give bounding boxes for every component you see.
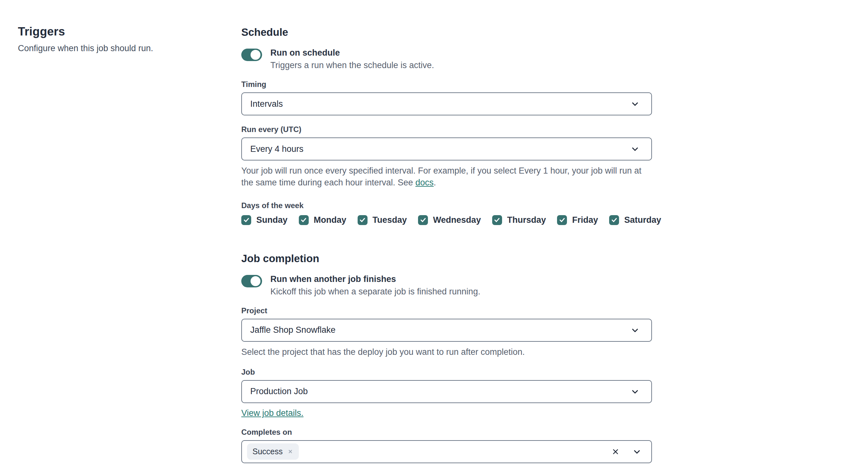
job-label: Job bbox=[241, 368, 652, 377]
page-title: Triggers bbox=[18, 25, 241, 38]
toggle-knob-icon bbox=[251, 50, 260, 60]
run-when-job-finishes-label: Run when another job finishes bbox=[270, 274, 480, 284]
day-checkbox-thursday[interactable]: Thursday bbox=[492, 215, 546, 225]
timing-select[interactable]: Intervals bbox=[241, 92, 652, 116]
chevron-down-icon[interactable] bbox=[632, 447, 642, 457]
checkbox-checked-icon[interactable] bbox=[609, 215, 619, 225]
run-on-schedule-text: Run on schedule Triggers a run when the … bbox=[270, 48, 434, 70]
day-label: Monday bbox=[314, 215, 346, 225]
job-completion-heading: Job completion bbox=[241, 253, 652, 265]
job-completion-section: Job completion Run when another job fini… bbox=[241, 253, 652, 463]
days-of-week-row: Sunday Monday Tuesday Wednesday bbox=[241, 215, 652, 225]
docs-link[interactable]: docs bbox=[415, 178, 434, 187]
run-when-job-finishes-row: Run when another job finishes Kickoff th… bbox=[241, 274, 652, 297]
checkbox-checked-icon[interactable] bbox=[299, 215, 309, 225]
chevron-down-icon bbox=[630, 387, 640, 396]
run-on-schedule-row: Run on schedule Triggers a run when the … bbox=[241, 48, 652, 70]
completes-on-label: Completes on bbox=[241, 428, 652, 437]
checkbox-checked-icon[interactable] bbox=[358, 215, 368, 225]
run-when-job-finishes-text: Run when another job finishes Kickoff th… bbox=[270, 274, 480, 297]
project-help: Select the project that has the deploy j… bbox=[241, 346, 652, 358]
run-every-select[interactable]: Every 4 hours bbox=[241, 137, 652, 160]
job-select[interactable]: Production Job bbox=[241, 380, 652, 403]
run-every-field: Run every (UTC) Every 4 hours Your job w… bbox=[241, 125, 652, 189]
job-value: Production Job bbox=[250, 386, 308, 396]
day-checkbox-monday[interactable]: Monday bbox=[299, 215, 346, 225]
day-checkbox-wednesday[interactable]: Wednesday bbox=[418, 215, 481, 225]
day-label: Friday bbox=[572, 215, 598, 225]
run-when-job-finishes-toggle[interactable] bbox=[241, 275, 262, 287]
project-label: Project bbox=[241, 306, 652, 315]
day-label: Sunday bbox=[256, 215, 288, 225]
clear-all-icon[interactable] bbox=[611, 447, 620, 456]
page-description: Configure when this job should run. bbox=[18, 43, 241, 53]
view-job-details-link[interactable]: View job details. bbox=[241, 408, 304, 418]
chevron-down-icon bbox=[630, 99, 640, 109]
tag-remove-icon[interactable] bbox=[287, 448, 293, 455]
days-of-week-label: Days of the week bbox=[241, 201, 652, 210]
completes-on-multiselect[interactable]: Success bbox=[241, 440, 652, 463]
project-select[interactable]: Jaffle Shop Snowflake bbox=[241, 319, 652, 342]
multiselect-controls bbox=[611, 447, 642, 457]
settings-form: Schedule Run on schedule Triggers a run … bbox=[241, 25, 652, 463]
day-label: Tuesday bbox=[373, 215, 407, 225]
checkbox-checked-icon[interactable] bbox=[557, 215, 567, 225]
days-of-week-field: Days of the week Sunday Monday Tuesday bbox=[241, 201, 652, 225]
job-field: Job Production Job View job details. bbox=[241, 368, 652, 418]
section-intro: Triggers Configure when this job should … bbox=[18, 25, 241, 463]
schedule-section: Schedule Run on schedule Triggers a run … bbox=[241, 26, 652, 225]
checkbox-checked-icon[interactable] bbox=[418, 215, 428, 225]
run-on-schedule-toggle[interactable] bbox=[241, 49, 262, 61]
run-every-value: Every 4 hours bbox=[250, 144, 304, 154]
checkbox-checked-icon[interactable] bbox=[241, 215, 251, 225]
run-on-schedule-label: Run on schedule bbox=[270, 48, 434, 58]
project-field: Project Jaffle Shop Snowflake Select the… bbox=[241, 306, 652, 358]
schedule-heading: Schedule bbox=[241, 26, 652, 38]
checkbox-checked-icon[interactable] bbox=[492, 215, 502, 225]
selected-tag-success: Success bbox=[247, 443, 299, 460]
day-label: Wednesday bbox=[433, 215, 481, 225]
day-label: Thursday bbox=[507, 215, 546, 225]
day-checkbox-tuesday[interactable]: Tuesday bbox=[358, 215, 407, 225]
timing-field: Timing Intervals bbox=[241, 80, 652, 116]
project-value: Jaffle Shop Snowflake bbox=[250, 325, 336, 335]
day-label: Saturday bbox=[624, 215, 661, 225]
run-every-label: Run every (UTC) bbox=[241, 125, 652, 134]
day-checkbox-sunday[interactable]: Sunday bbox=[241, 215, 288, 225]
chevron-down-icon bbox=[630, 325, 640, 335]
day-checkbox-friday[interactable]: Friday bbox=[557, 215, 598, 225]
run-on-schedule-description: Triggers a run when the schedule is acti… bbox=[270, 60, 434, 70]
run-every-help: Your job will run once every specified i… bbox=[241, 165, 652, 189]
help-text-suffix: . bbox=[434, 178, 436, 187]
day-checkbox-saturday[interactable]: Saturday bbox=[609, 215, 661, 225]
completes-on-field: Completes on Success bbox=[241, 428, 652, 463]
triggers-settings-page: Triggers Configure when this job should … bbox=[0, 0, 868, 463]
chevron-down-icon bbox=[630, 144, 640, 154]
timing-value: Intervals bbox=[250, 99, 283, 109]
tag-label: Success bbox=[252, 447, 282, 456]
toggle-knob-icon bbox=[251, 276, 260, 286]
help-text-part: Your job will run once every specified i… bbox=[241, 166, 642, 187]
timing-label: Timing bbox=[241, 80, 652, 89]
run-when-job-finishes-description: Kickoff this job when a separate job is … bbox=[270, 287, 480, 297]
